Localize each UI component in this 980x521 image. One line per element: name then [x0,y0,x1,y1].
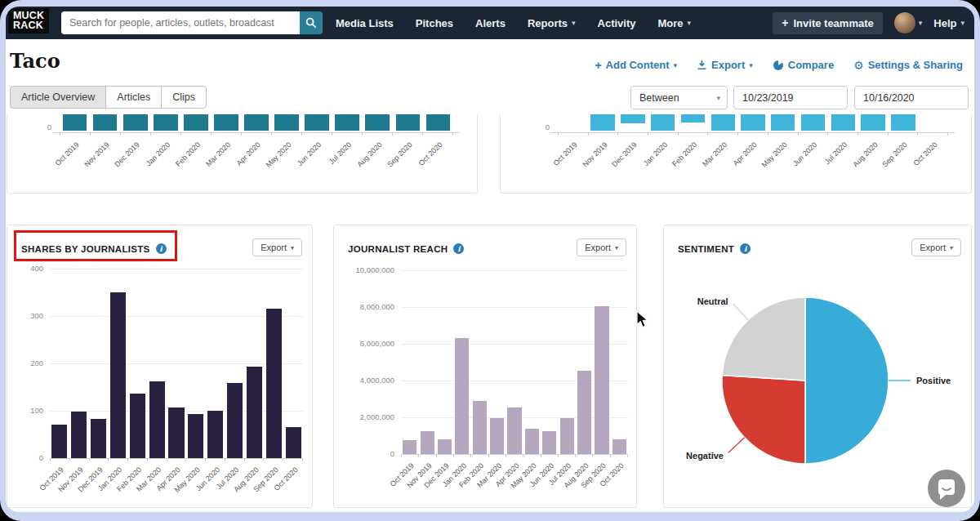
bar[interactable] [421,431,434,454]
bar[interactable] [711,114,735,131]
nav-links: Media Lists Pitches Alerts Reports▾ Acti… [336,7,691,39]
bar[interactable] [274,114,299,131]
bar[interactable] [188,414,203,458]
chevron-down-icon: ▾ [919,19,923,27]
bar[interactable] [473,401,487,454]
bar[interactable] [426,114,451,131]
bar[interactable] [621,114,644,123]
add-content-button[interactable]: + Add Content ▾ [595,59,677,71]
muckrack-logo[interactable]: MUCK RACK [8,8,49,33]
bars-container [60,114,453,132]
bar[interactable] [266,309,282,458]
search-icon [305,17,317,29]
nav-item-reports[interactable]: Reports▾ [528,17,576,29]
bar[interactable] [123,114,148,131]
bar[interactable] [396,114,421,131]
pie-label-line [728,438,745,452]
bar[interactable] [214,114,238,131]
bar[interactable] [63,114,87,131]
bar[interactable] [490,418,504,454]
y-axis-tick-label: 0 [344,449,394,458]
bar[interactable] [207,411,223,458]
bar[interactable] [831,114,855,131]
bar[interactable] [244,114,269,131]
bar[interactable] [438,439,452,454]
tab-articles[interactable]: Articles [105,86,162,109]
bar[interactable] [305,114,329,131]
settings-sharing-button[interactable]: ⚙ Settings & Sharing [853,59,963,71]
top-right-partial-chart[interactable]: 0Oct 2019Nov 2019Dec 2019Jan 2020Feb 202… [501,114,971,193]
chevron-down-icon: ▾ [572,19,576,27]
bar[interactable] [861,114,884,131]
bar[interactable] [168,407,184,458]
bar[interactable] [93,114,118,131]
bar[interactable] [590,114,614,131]
x-axis-tick-label: Oct 2019 [552,140,579,167]
bar[interactable] [507,407,521,454]
bar[interactable] [612,439,626,454]
bar[interactable] [681,114,705,122]
chevron-down-icon: ▾ [960,19,964,27]
y-axis-tick-label: 0 [33,122,51,131]
bar[interactable] [542,431,556,454]
chat-widget-button[interactable] [927,469,966,508]
chevron-down-icon: ▾ [674,61,678,69]
bar[interactable] [771,114,795,131]
bar[interactable] [525,429,539,455]
bar[interactable] [577,371,591,454]
bar[interactable] [801,114,825,131]
nav-item-pitches[interactable]: Pitches [416,17,453,29]
top-left-partial-chart[interactable]: 0Oct 2019Nov 2019Dec 2019Jan 2020Feb 202… [7,114,477,193]
help-menu[interactable]: Help ▾ [933,17,964,29]
bar[interactable] [91,419,106,458]
bar[interactable] [227,383,243,458]
bar[interactable] [51,425,67,458]
bar[interactable] [247,367,262,458]
y-axis-tick-label: 10,000,000 [344,265,394,274]
bar[interactable] [130,394,145,458]
tab-clips[interactable]: Clips [161,86,207,109]
bar[interactable] [149,381,165,458]
screen-frame: MUCK RACK Media Lists Pitches Alerts Rep… [0,0,980,521]
x-axis-ticks [50,458,303,461]
bar[interactable] [403,440,416,454]
bar[interactable] [154,114,178,131]
bar[interactable] [741,114,764,131]
start-date-input[interactable] [733,86,848,109]
date-range-operator-select[interactable]: Between ▾ [630,86,728,109]
nav-item-alerts[interactable]: Alerts [475,17,506,29]
nav-item-activity[interactable]: Activity [598,17,636,29]
bar[interactable] [335,114,359,131]
bar[interactable] [110,292,126,458]
pie-slice-label: Neutral [697,296,728,306]
top-left-chart-card: 0Oct 2019Nov 2019Dec 2019Jan 2020Feb 202… [7,114,478,194]
pie-label-line [733,304,748,320]
user-menu[interactable]: ▾ [894,12,923,33]
sentiment-pie-chart[interactable]: PositiveNegativeNeutral [664,225,973,509]
nav-item-media-lists[interactable]: Media Lists [336,17,394,29]
bar[interactable] [365,114,390,131]
bar[interactable] [71,412,87,458]
bar[interactable] [560,418,574,454]
search-button[interactable] [300,11,323,34]
journalist-reach-chart[interactable]: 02,000,0004,000,0006,000,0008,000,00010,… [334,225,636,507]
bar[interactable] [651,114,675,131]
shares-by-journalists-chart[interactable]: 0100200300400Oct 2019Nov 2019Dec 2019Jan… [7,225,312,507]
pie-slice-negative[interactable] [722,376,805,464]
nav-item-more[interactable]: More▾ [658,17,692,29]
bar[interactable] [184,114,208,131]
pie-slice-positive[interactable] [805,297,889,464]
bar[interactable] [286,427,301,458]
bar[interactable] [595,306,608,454]
end-date-input[interactable] [854,86,969,109]
search-input[interactable] [61,11,300,34]
bar[interactable] [455,338,469,454]
bar[interactable] [891,114,915,131]
pie-slice-neutral[interactable] [722,297,805,381]
invite-teammate-button[interactable]: + Invite teammate [773,12,882,34]
tab-article-overview[interactable]: Article Overview [10,86,106,109]
compare-button[interactable]: Compare [773,59,834,71]
global-search [61,11,323,34]
export-button[interactable]: Export ▾ [697,59,753,71]
bars-container [401,270,628,454]
